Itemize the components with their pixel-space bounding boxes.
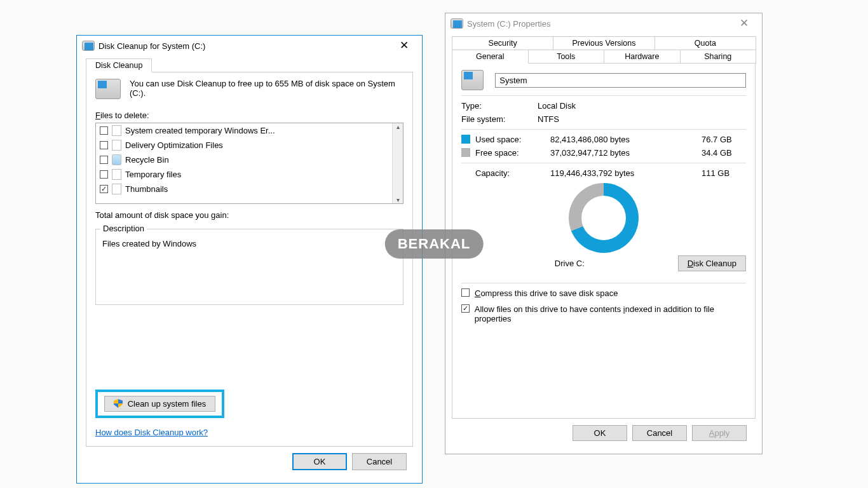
- description-legend: Description: [100, 224, 147, 233]
- apply-button[interactable]: Apply: [692, 425, 747, 441]
- capacity-label: Capacity:: [461, 168, 550, 178]
- used-space-label: Used space:: [461, 135, 550, 144]
- fs-label: File system:: [461, 114, 538, 124]
- description-box: Description Files created by Windows: [95, 229, 403, 305]
- scroll-down-icon[interactable]: ▾: [397, 196, 400, 203]
- used-space-human: 76.7 GB: [702, 135, 746, 144]
- tab-general[interactable]: General: [452, 50, 529, 64]
- list-item[interactable]: Delivery Optimization Files: [96, 138, 392, 152]
- usage-pie-chart: [569, 183, 639, 253]
- fs-value: NTFS: [538, 114, 746, 124]
- description-text: Files created by Windows: [102, 239, 397, 248]
- cancel-button[interactable]: Cancel: [352, 453, 407, 470]
- watermark: BERAKAL: [385, 229, 484, 259]
- tab-hardware[interactable]: Hardware: [604, 50, 681, 64]
- close-icon[interactable]: ✕: [731, 13, 757, 34]
- capacity-bytes: 119,446,433,792 bytes: [550, 168, 702, 178]
- clean-system-files-button[interactable]: Clean up system files: [104, 396, 215, 412]
- scrollbar[interactable]: ▴ ▾: [392, 123, 403, 203]
- used-swatch-icon: [461, 135, 470, 144]
- ok-button[interactable]: OK: [573, 425, 627, 441]
- scroll-up-icon[interactable]: ▴: [397, 123, 400, 130]
- type-label: Type:: [461, 101, 538, 111]
- window-title: Disk Cleanup for System (C:): [98, 41, 391, 51]
- free-space-bytes: 37,032,947,712 bytes: [550, 148, 702, 158]
- compress-checkbox[interactable]: [461, 288, 470, 297]
- list-item[interactable]: Recycle Bin: [96, 152, 392, 167]
- free-space-label: Free space:: [461, 148, 550, 158]
- item-checkbox[interactable]: [100, 126, 108, 135]
- drive-icon: [461, 70, 484, 90]
- item-checkbox[interactable]: [100, 141, 108, 149]
- files-to-delete-label: FFiles to delete:iles to delete:: [95, 111, 403, 120]
- ok-button[interactable]: OK: [292, 453, 347, 470]
- disk-cleanup-window: Disk Cleanup for System (C:) ✕ Disk Clea…: [76, 35, 423, 484]
- list-item[interactable]: Temporary files: [96, 167, 392, 182]
- titlebar[interactable]: System (C:) Properties ✕: [445, 13, 762, 34]
- item-checkbox[interactable]: ✓: [100, 185, 108, 193]
- intro-text: You can use Disk Cleanup to free up to 6…: [130, 79, 403, 98]
- shield-icon: [114, 399, 123, 408]
- list-item[interactable]: ✓Thumbnails: [96, 182, 392, 196]
- clean-system-files-highlight: Clean up system files: [95, 390, 224, 418]
- titlebar[interactable]: Disk Cleanup for System (C:) ✕: [77, 36, 422, 56]
- tab-tools[interactable]: Tools: [528, 50, 605, 64]
- close-icon[interactable]: ✕: [391, 36, 417, 56]
- index-label: Allow files on this drive to have conten…: [475, 304, 746, 323]
- tab-quota[interactable]: Quota: [654, 36, 756, 50]
- file-icon: [112, 184, 121, 194]
- free-space-human: 34.4 GB: [702, 148, 746, 158]
- free-swatch-icon: [461, 148, 470, 157]
- used-space-bytes: 82,413,486,080 bytes: [550, 135, 702, 144]
- file-icon: [112, 140, 121, 151]
- disk-cleanup-button[interactable]: Disk Cleanup: [678, 255, 746, 271]
- drive-properties-window: System (C:) Properties ✕ SecurityPreviou…: [445, 13, 763, 454]
- drive-icon: [95, 79, 121, 99]
- window-title: System (C:) Properties: [467, 19, 731, 29]
- cancel-button[interactable]: Cancel: [632, 425, 687, 441]
- files-listbox[interactable]: System created temporary Windows Er...De…: [95, 123, 403, 204]
- item-label: Recycle Bin: [125, 155, 169, 165]
- type-value: Local Disk: [538, 101, 746, 111]
- tab-disk-cleanup[interactable]: Disk Cleanup: [86, 58, 152, 72]
- drive-icon: [82, 41, 95, 51]
- file-icon: [112, 125, 121, 136]
- tab-sharing[interactable]: Sharing: [680, 50, 757, 64]
- tab-previous-versions[interactable]: Previous Versions: [553, 36, 654, 50]
- item-label: Temporary files: [125, 170, 181, 179]
- list-item[interactable]: System created temporary Windows Er...: [96, 123, 392, 138]
- total-gain-label: Total amount of disk space you gain:: [95, 210, 403, 220]
- drive-label: Drive C:: [461, 259, 678, 268]
- tab-security[interactable]: Security: [452, 36, 553, 50]
- index-checkbox[interactable]: ✓: [461, 304, 470, 313]
- item-label: Delivery Optimization Files: [125, 140, 223, 150]
- item-checkbox[interactable]: [100, 170, 108, 179]
- item-label: Thumbnails: [125, 184, 168, 194]
- item-checkbox[interactable]: [100, 156, 108, 164]
- volume-name-input[interactable]: [495, 73, 746, 88]
- drive-icon: [451, 18, 463, 29]
- recycle-bin-icon: [112, 154, 121, 165]
- compress-label: Compress this drive to save disk space: [475, 288, 618, 298]
- capacity-human: 111 GB: [702, 168, 746, 178]
- file-icon: [112, 169, 121, 180]
- help-link[interactable]: How does Disk Cleanup work?: [95, 428, 208, 437]
- item-label: System created temporary Windows Er...: [125, 126, 275, 135]
